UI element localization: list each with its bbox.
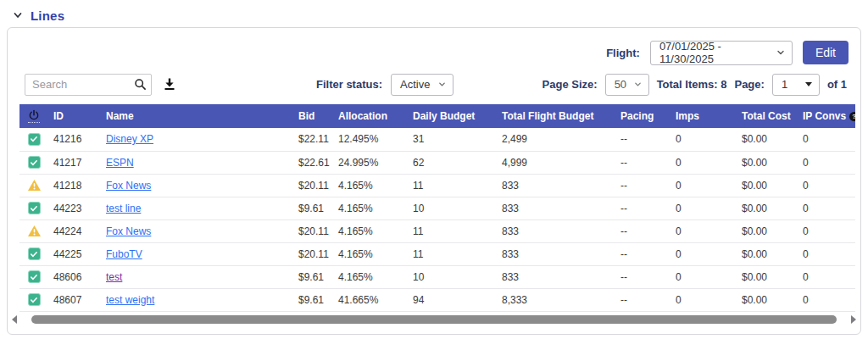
section-header: Lines [0, 0, 868, 27]
scroll-right-icon[interactable] [851, 315, 856, 324]
active-checkbox-icon[interactable] [28, 202, 41, 214]
cell-daily-budget: 11 [408, 242, 497, 265]
column-header-id[interactable]: ID [48, 104, 101, 128]
cell-bid: $9.61 [293, 197, 333, 220]
cell-status [19, 174, 48, 197]
scroll-left-icon[interactable] [12, 315, 17, 324]
cell-status [19, 288, 48, 311]
column-header-bid[interactable]: Bid [293, 104, 333, 128]
cell-id: 44223 [48, 197, 101, 220]
line-name-link[interactable]: Fox News [106, 180, 151, 192]
cell-daily-budget: 31 [408, 128, 497, 151]
column-header-daily-budget[interactable]: Daily Budget [408, 104, 497, 128]
lines-table: ID Name Bid Allocation Daily Budget Tota… [19, 104, 855, 312]
chevron-down-icon [776, 48, 785, 57]
table-row: 44223 test line $9.61 4.165% 10 833 -- 0… [19, 197, 855, 220]
cell-id: 48606 [48, 265, 101, 288]
active-checkbox-icon[interactable] [28, 293, 41, 306]
cell-imps: 0 [670, 265, 737, 288]
column-header-name[interactable]: Name [101, 104, 293, 128]
page-select[interactable]: 1 [772, 74, 820, 96]
flight-select[interactable]: 07/01/2025 - 11/30/2025 [650, 41, 793, 65]
line-name-link[interactable]: test weight [106, 294, 154, 306]
lines-panel: Flight: 07/01/2025 - 11/30/2025 Edit Fil… [7, 27, 861, 335]
cell-status [19, 151, 48, 174]
column-header-ip-convs[interactable]: IP Convs? [798, 104, 855, 128]
of-total-pages-label: of 1 [827, 78, 847, 91]
cell-status [19, 220, 48, 242]
cell-ip-convs: 0 [798, 128, 855, 151]
collapse-chevron-icon[interactable] [13, 10, 23, 20]
cell-allocation: 4.165% [333, 265, 408, 288]
cell-total-flight-budget: 8,333 [497, 288, 615, 311]
cell-pacing: -- [615, 174, 670, 197]
table-row: 41217 ESPN $22.61 24.995% 62 4,999 -- 0 … [19, 151, 855, 174]
cell-total-flight-budget: 833 [497, 265, 615, 288]
flight-select-value: 07/01/2025 - 11/30/2025 [659, 40, 770, 65]
line-name-link[interactable]: FuboTV [106, 248, 142, 260]
cell-name: test weight [101, 288, 293, 311]
active-checkbox-icon[interactable] [28, 133, 41, 146]
total-items-label: Total Items: 8 [657, 78, 727, 91]
chevron-down-icon [634, 81, 642, 88]
cell-total-cost: $0.00 [737, 265, 798, 288]
active-checkbox-icon[interactable] [28, 156, 41, 169]
pagination: Page Size: 50 Total Items: 8 Page: 1 of … [542, 74, 847, 96]
cell-total-flight-budget: 833 [497, 197, 615, 220]
line-name-link[interactable]: test [106, 271, 122, 283]
column-header-pacing[interactable]: Pacing [615, 104, 670, 128]
cell-id: 41217 [48, 151, 101, 174]
column-header-power[interactable] [19, 104, 48, 128]
page-size-value: 50 [615, 78, 626, 91]
cell-imps: 0 [670, 242, 737, 265]
line-name-link[interactable]: Disney XP [106, 133, 153, 145]
scrollbar-thumb[interactable] [31, 315, 837, 324]
filter-status-select[interactable]: Active [391, 74, 453, 96]
cell-bid: $20.11 [293, 174, 333, 197]
help-icon[interactable]: ? [849, 112, 855, 121]
cell-ip-convs: 0 [798, 242, 855, 265]
warning-triangle-icon[interactable] [27, 179, 42, 192]
cell-name: test line [101, 197, 293, 220]
cell-imps: 0 [670, 174, 737, 197]
column-header-total-flight-budget[interactable]: Total Flight Budget [497, 104, 615, 128]
active-checkbox-icon[interactable] [28, 270, 41, 283]
cell-id: 48607 [48, 288, 101, 311]
table-body: 41216 Disney XP $22.11 12.495% 31 2,499 … [19, 128, 855, 311]
cell-allocation: 4.165% [333, 174, 408, 197]
page-size-select[interactable]: 50 [605, 74, 649, 96]
cell-name: Disney XP [101, 128, 293, 151]
table-row: 41218 Fox News $20.11 4.165% 11 833 -- 0… [19, 174, 855, 197]
cell-total-cost: $0.00 [737, 288, 798, 311]
line-name-link[interactable]: test line [106, 203, 141, 214]
line-name-link[interactable]: ESPN [106, 157, 134, 169]
filter-status-group: Filter status: Active [316, 74, 453, 96]
cell-total-flight-budget: 833 [497, 220, 615, 242]
cell-daily-budget: 94 [408, 288, 497, 311]
horizontal-scrollbar[interactable] [8, 314, 860, 325]
warning-triangle-icon[interactable] [27, 225, 42, 237]
line-name-link[interactable]: Fox News [106, 225, 151, 237]
cell-bid: $20.11 [293, 220, 333, 242]
table-row: 48606 test $9.61 4.165% 10 833 -- 0 $0.0… [19, 265, 855, 288]
cell-name: ESPN [101, 151, 293, 174]
cell-id: 41218 [48, 174, 101, 197]
cell-daily-budget: 62 [408, 151, 497, 174]
cell-name: test [101, 265, 293, 288]
cell-daily-budget: 10 [408, 265, 497, 288]
column-header-total-cost[interactable]: Total Cost [737, 104, 798, 128]
cell-status [19, 197, 48, 220]
cell-imps: 0 [670, 197, 737, 220]
table-row: 44224 Fox News $20.11 4.165% 11 833 -- 0… [19, 220, 855, 242]
column-header-allocation[interactable]: Allocation [333, 104, 408, 128]
column-header-imps[interactable]: Imps [670, 104, 737, 128]
cell-total-cost: $0.00 [737, 128, 798, 151]
download-icon[interactable] [163, 77, 176, 92]
cell-total-flight-budget: 833 [497, 174, 615, 197]
cell-id: 44224 [48, 220, 101, 242]
edit-button[interactable]: Edit [803, 41, 849, 64]
cell-bid: $9.61 [293, 288, 333, 311]
search-input[interactable] [25, 74, 152, 96]
active-checkbox-icon[interactable] [28, 247, 41, 260]
cell-name: Fox News [101, 174, 293, 197]
